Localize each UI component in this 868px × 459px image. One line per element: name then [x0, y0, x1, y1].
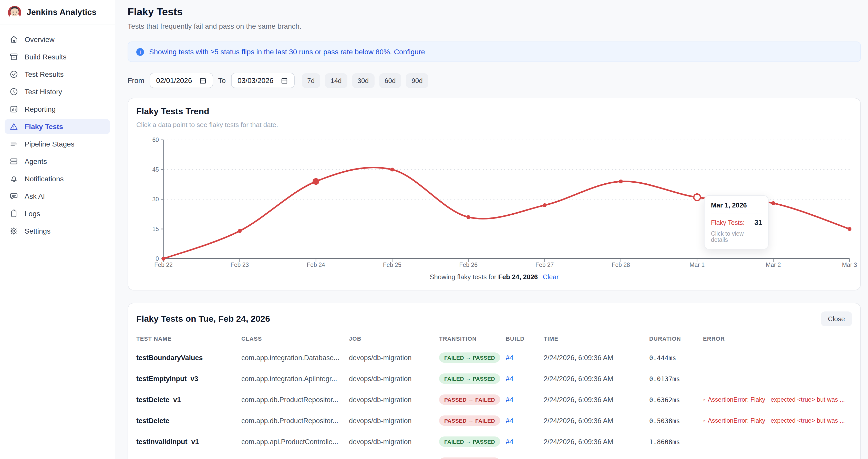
x-tick-label: Mar 1	[689, 262, 705, 268]
range-button-90d[interactable]: 90d	[406, 73, 428, 88]
sidebar-item-label: Pipeline Stages	[25, 140, 74, 148]
sidebar-item-notifications[interactable]: Notifications	[5, 171, 110, 187]
sidebar-item-build-results[interactable]: Build Results	[5, 49, 110, 65]
quick-ranges: 7d14d30d60d90d	[302, 73, 428, 88]
build-link[interactable]: #4	[506, 354, 514, 361]
transition-badge: FAILED → PASSED	[439, 373, 500, 384]
table-header-bar: Flaky Tests on Tue, Feb 24, 2026 Close	[136, 312, 852, 326]
cell-build: #5	[506, 452, 544, 459]
sidebar-item-label: Overview	[25, 35, 55, 43]
sidebar-item-agents[interactable]: Agents	[5, 154, 110, 169]
clipboard-icon	[9, 209, 19, 218]
x-tick-label: Feb 28	[612, 262, 630, 268]
sidebar-item-settings[interactable]: Settings	[5, 223, 110, 239]
y-tick-label: 45	[152, 166, 159, 173]
range-button-7d[interactable]: 7d	[302, 73, 320, 88]
cell-error: ‣AssertionError: Flaky - expected <true>…	[703, 410, 852, 431]
x-tick-label: Feb 23	[230, 262, 249, 268]
build-link[interactable]: #4	[506, 375, 514, 383]
build-link[interactable]: #4	[506, 417, 514, 424]
cell-build: #4	[506, 389, 544, 410]
cell-job: devops/db-migration	[349, 347, 439, 368]
cell-duration: 0.6362ms	[649, 389, 703, 410]
chart-point-Feb-24[interactable]	[313, 178, 319, 185]
build-link[interactable]: #4	[506, 438, 514, 446]
cell-time: 2/24/2026, 3:59:03 AM	[544, 452, 649, 459]
x-tick-label: Mar 3	[842, 262, 857, 268]
sidebar-item-ask-ai[interactable]: Ask AI	[5, 189, 110, 204]
close-button[interactable]: Close	[821, 312, 852, 326]
range-button-14d[interactable]: 14d	[325, 73, 347, 88]
from-date-input[interactable]: 02/01/2026	[149, 73, 213, 88]
cell-transition: PASSED → FAILED	[439, 452, 506, 459]
table-row: testInvalidInput_v1com.app.api.ProductCo…	[136, 431, 852, 452]
gear-icon	[9, 226, 19, 236]
sidebar: Jenkins Analytics OverviewBuild ResultsT…	[0, 0, 115, 459]
cell-error: -	[703, 347, 852, 368]
cell-job: devops/db-migration	[349, 431, 439, 452]
chart-point-Feb-26[interactable]	[467, 215, 470, 219]
sidebar-item-pipeline-stages[interactable]: Pipeline Stages	[5, 136, 110, 152]
chart-point-Feb-25[interactable]	[390, 167, 394, 171]
range-button-30d[interactable]: 30d	[352, 73, 374, 88]
to-date-value: 03/03/2026	[238, 76, 273, 85]
table-header-row: TEST NAMECLASSJOBTRANSITIONBUILDTIMEDURA…	[136, 333, 852, 347]
cell-error: ‣AssertionError: Flaky - expected <true>…	[703, 389, 852, 410]
chart-point-Mar-3[interactable]	[847, 227, 851, 231]
cell-error: -	[703, 431, 852, 452]
cell-time: 2/24/2026, 6:09:36 AM	[544, 410, 649, 431]
chart-point-Mar-1[interactable]	[694, 194, 701, 201]
chart-point-Feb-23[interactable]	[238, 229, 242, 233]
chart-title: Flaky Tests Trend	[136, 106, 852, 117]
cell-error: ‣AssertionError: Flaky - expected <true>…	[703, 452, 852, 459]
cell-duration: 0.5038ms	[649, 410, 703, 431]
cell-time: 2/24/2026, 6:09:36 AM	[544, 431, 649, 452]
cell-job: backend/api-service	[349, 452, 439, 459]
info-banner: i Showing tests with ≥5 status flips in …	[128, 41, 861, 62]
table-row: testBoundaryValuescom.app.integration.Da…	[136, 347, 852, 368]
app-title: Jenkins Analytics	[27, 8, 97, 17]
y-tick-label: 0	[156, 255, 159, 262]
y-tick-label: 30	[152, 196, 159, 203]
clear-link[interactable]: Clear	[543, 273, 559, 281]
column-header-job: JOB	[349, 333, 439, 347]
cell-transition: FAILED → PASSED	[439, 431, 506, 452]
configure-link[interactable]: Configure	[394, 47, 425, 56]
column-header-duration: DURATION	[649, 333, 703, 347]
tooltip-divider	[711, 214, 762, 214]
banner-text: Showing tests with ≥5 status flips in th…	[149, 47, 392, 56]
cell-build: #4	[506, 410, 544, 431]
cell-test-name: testEmptyInput_v3	[136, 368, 241, 389]
column-header-build: BUILD	[506, 333, 544, 347]
cell-class: com.app.integration.ApiIntegr...	[241, 368, 349, 389]
sidebar-item-overview[interactable]: Overview	[5, 32, 110, 47]
table-row: testEmptyInput_v3com.app.integration.Api…	[136, 368, 852, 389]
cell-transition: PASSED → FAILED	[439, 389, 506, 410]
x-tick-label: Feb 26	[459, 262, 477, 268]
cell-transition: PASSED → FAILED	[439, 410, 506, 431]
sidebar-item-label: Settings	[25, 227, 51, 235]
cell-job: devops/db-migration	[349, 410, 439, 431]
table-row: testInvalidInput_v2com.app.util.DateUtil…	[136, 452, 852, 459]
sidebar-item-test-results[interactable]: Test Results	[5, 67, 110, 82]
to-date-input[interactable]: 03/03/2026	[231, 73, 294, 88]
chart-point-Mar-2[interactable]	[771, 201, 775, 205]
sidebar-item-flaky-tests[interactable]: Flaky Tests	[5, 119, 110, 134]
bell-icon	[9, 174, 19, 184]
sidebar-item-logs[interactable]: Logs	[5, 206, 110, 221]
app-root: Jenkins Analytics OverviewBuild ResultsT…	[0, 0, 868, 459]
sidebar-item-reporting[interactable]: Reporting	[5, 101, 110, 117]
cell-transition: FAILED → PASSED	[439, 368, 506, 389]
chart-point-Feb-27[interactable]	[542, 203, 547, 207]
transition-badge: PASSED → FAILED	[439, 457, 500, 459]
flaky-tests-table: TEST NAMECLASSJOBTRANSITIONBUILDTIMEDURA…	[136, 333, 852, 459]
sidebar-item-test-history[interactable]: Test History	[5, 84, 110, 99]
build-link[interactable]: #4	[506, 396, 514, 403]
chart-point-Feb-22[interactable]	[161, 257, 165, 261]
cell-test-name: testDelete	[136, 410, 241, 431]
chart-point-Feb-28[interactable]	[619, 179, 623, 184]
x-tick-label: Feb 24	[307, 262, 325, 268]
range-button-60d[interactable]: 60d	[379, 73, 401, 88]
cell-class: com.app.db.ProductRepositor...	[241, 389, 349, 410]
cell-test-name: testBoundaryValues	[136, 347, 241, 368]
